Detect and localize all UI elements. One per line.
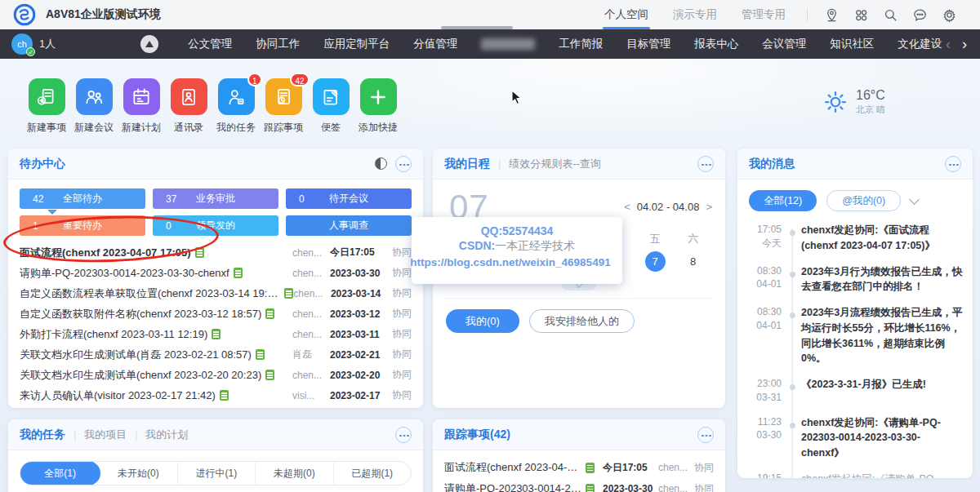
task-filter[interactable]: 未开始(0) — [100, 462, 177, 485]
contrast-toggle-icon[interactable] — [375, 157, 387, 170]
nav-menu-item[interactable] — [481, 38, 535, 50]
task-status-filters: 全部(1)未开始(0)进行中(1)未超期(0)已超期(1) — [20, 461, 412, 485]
quick-action-tile[interactable]: 通讯录 — [165, 78, 212, 135]
search-icon[interactable] — [883, 7, 898, 23]
todo-row[interactable]: 来访人员确认单(visitor 2023-02-17 21:42) visi..… — [8, 385, 423, 406]
document-icon — [265, 308, 274, 319]
messages-title[interactable]: 我的消息 — [749, 157, 795, 171]
todo-row[interactable]: 自定义函数流程表单获取位置(chenxf 2023-03-14 19:23) c… — [8, 283, 423, 304]
tracking-row[interactable]: 请购单-PQ-202303-0014-2023-03-3 2023-03-30 … — [433, 478, 725, 492]
quick-action-icon — [313, 78, 350, 115]
nav-menu-item[interactable]: 目标管理 — [626, 37, 670, 51]
more-menu-icon[interactable] — [395, 156, 412, 172]
nav-menu-item[interactable]: 知识社区 — [830, 37, 874, 51]
assigned-to-others-button[interactable]: 我安排给他人的 — [529, 309, 635, 333]
chat-icon[interactable] — [912, 7, 928, 23]
tab-performance-query[interactable]: 绩效分规则表--查询 — [509, 157, 601, 171]
tracking-item-title: 请购单-PQ-202303-0014-2023-03-3 — [444, 481, 581, 492]
nav-menu-item[interactable]: 协同工作 — [256, 37, 300, 51]
quick-action-tile[interactable]: 42 跟踪事项 — [260, 78, 307, 135]
more-menu-icon[interactable] — [697, 427, 714, 443]
todo-row[interactable]: 面试流程(chenxf 2023-04-07 17:05) chen... 今日… — [8, 242, 423, 263]
todo-row[interactable]: 关联文档水印生成测试单(chenxf 2023-02-20 20:23) che… — [8, 365, 423, 385]
todo-title: 关联文档水印生成测试单(chenxf 2023-02-20 20:23) — [20, 368, 261, 383]
tracking-sender: chen... — [658, 483, 693, 492]
schedule-header: 我的日程 | 绩效分规则表--查询 — [433, 148, 725, 180]
nav-menu-item[interactable]: 分值管理 — [413, 37, 457, 51]
my-schedule-filter-button[interactable]: 我的(0) — [446, 309, 519, 333]
messages-tab-all[interactable]: 全部(12) — [749, 190, 817, 211]
workspace-tab[interactable]: 管理专用 — [742, 0, 786, 29]
more-menu-icon[interactable] — [395, 427, 412, 443]
message-text[interactable]: 2023年3月行为绩效报告已生成，快去查看您在部门中的排名！ — [801, 264, 963, 295]
todo-filter-button[interactable]: 42 全部待办 — [20, 188, 145, 209]
tab-my-plans[interactable]: 我的计划 — [145, 428, 188, 442]
nav-prev-icon[interactable]: ‹ — [946, 36, 951, 53]
nav-menu-item[interactable]: 工作简报 — [559, 37, 603, 51]
csdn-watermark-box: QQ:52574434 CSDN:一本正经学技术 https://blog.cs… — [412, 217, 622, 284]
task-filter[interactable]: 已超期(1) — [334, 462, 411, 485]
workspace-tab[interactable]: 演示专用 — [673, 0, 717, 29]
message-text[interactable]: chenxf发起协同:《请购单-PQ-202303-0013-2023-03-2… — [801, 472, 963, 478]
todo-filter-button[interactable]: 0 待开会议 — [286, 188, 412, 209]
todo-row[interactable]: 请购单-PQ-202303-0014-2023-03-30-chenxf che… — [8, 263, 423, 283]
settings-gear-icon[interactable] — [942, 7, 957, 23]
quick-action-tile[interactable]: 添加快捷 — [354, 78, 402, 135]
message-text[interactable]: 《2023-3-31-月报》已生成! — [801, 377, 963, 405]
quick-action-icon — [360, 78, 397, 115]
nav-menu-item[interactable]: 报表中心 — [694, 37, 738, 51]
next-week-icon[interactable]: > — [706, 201, 712, 213]
todo-filter-button[interactable]: 0 领导发的 — [153, 215, 278, 236]
nav-menu-item[interactable]: 应用定制平台 — [323, 37, 390, 51]
todo-title: 外勤打卡流程(chenxf 2023-03-11 12:19) — [20, 327, 207, 342]
nav-next-icon[interactable]: › — [962, 36, 967, 53]
user-avatar[interactable]: ch✓ — [11, 33, 33, 55]
todo-row[interactable]: 关联文档水印生成测试单(肖磊 2023-02-21 08:57) 肖磊 2023… — [8, 344, 423, 365]
prev-week-icon[interactable]: < — [624, 201, 630, 213]
tracking-row[interactable]: 面试流程(chenxf 2023-04-07 17:05) 今日17:05 ch… — [433, 457, 725, 478]
sun-icon — [823, 90, 848, 114]
quick-action-tile[interactable]: 1 我的任务 — [212, 78, 260, 135]
quick-action-tile[interactable]: 新建会议 — [70, 78, 118, 135]
todo-filter-button[interactable]: 37 业务审批 — [153, 188, 278, 209]
task-filter[interactable]: 未超期(0) — [256, 462, 333, 485]
nav-launcher-button[interactable] — [140, 35, 158, 53]
member-location-icon[interactable] — [824, 7, 840, 23]
tab-my-projects[interactable]: 我的项目 — [84, 428, 127, 442]
message-text[interactable]: 2023年3月流程绩效报告已生成，平均运行时长55分，环比增长116%，同比增长… — [801, 305, 963, 366]
workspace-tab[interactable]: 个人空间 — [604, 0, 648, 29]
more-menu-icon[interactable] — [945, 156, 961, 172]
apps-grid-icon[interactable] — [853, 7, 869, 23]
filter-count: 37 — [166, 193, 176, 205]
task-filter[interactable]: 进行中(1) — [178, 462, 256, 485]
calendar-day[interactable]: 8 — [683, 251, 703, 272]
chevron-down-icon[interactable] — [909, 194, 920, 205]
todo-center-title[interactable]: 待办中心 — [20, 157, 65, 171]
quick-action-icon — [76, 78, 113, 115]
quick-action-tile[interactable]: 便签 — [307, 78, 354, 135]
tracking-title[interactable]: 跟踪事项(42) — [444, 428, 510, 442]
tab-my-schedule[interactable]: 我的日程 — [444, 157, 490, 171]
nav-menu: 公文管理协同工作应用定制平台分值管理工作简报目标管理报表中心会议管理知识社区文化… — [188, 37, 942, 51]
calendar-day[interactable]: 7 — [645, 251, 666, 272]
quick-action-tile[interactable]: 新建事项 — [23, 78, 70, 135]
todo-date: 今日17:05 — [330, 246, 390, 259]
todo-filter-button[interactable]: 人事调查 — [286, 215, 412, 236]
tab-my-tasks[interactable]: 我的任务 — [20, 428, 65, 442]
nav-menu-item[interactable]: 公文管理 — [188, 37, 232, 51]
nav-scrollbar-thumb[interactable] — [441, 26, 513, 29]
todo-row[interactable]: 外勤打卡流程(chenxf 2023-03-11 12:19) chen... … — [8, 324, 423, 344]
message-time: 11:23 03-30 — [737, 415, 782, 461]
task-filter[interactable]: 全部(1) — [20, 461, 100, 485]
todo-row[interactable]: 自定义函数获取附件名称(chenxf 2023-03-12 18:57) che… — [8, 304, 423, 324]
todo-filter-button[interactable]: 1 重要待办 — [20, 215, 145, 236]
messages-tab-at-me[interactable]: @我的(0) — [826, 190, 901, 211]
todo-title: 面试流程(chenxf 2023-04-07 17:05) — [20, 246, 191, 260]
nav-menu-item[interactable]: 文化建设 — [898, 37, 942, 51]
message-text[interactable]: chenxf发起协同:《面试流程(chenxf 2023-04-07 17:05… — [801, 223, 963, 254]
message-text[interactable]: chenxf发起协同:《请购单-PQ-202303-0014-2023-03-3… — [801, 415, 963, 461]
nav-menu-item[interactable]: 会议管理 — [762, 37, 806, 51]
quick-action-tile[interactable]: 新建计划 — [118, 78, 165, 135]
badge-count: 42 — [290, 73, 309, 86]
more-menu-icon[interactable] — [697, 156, 714, 172]
